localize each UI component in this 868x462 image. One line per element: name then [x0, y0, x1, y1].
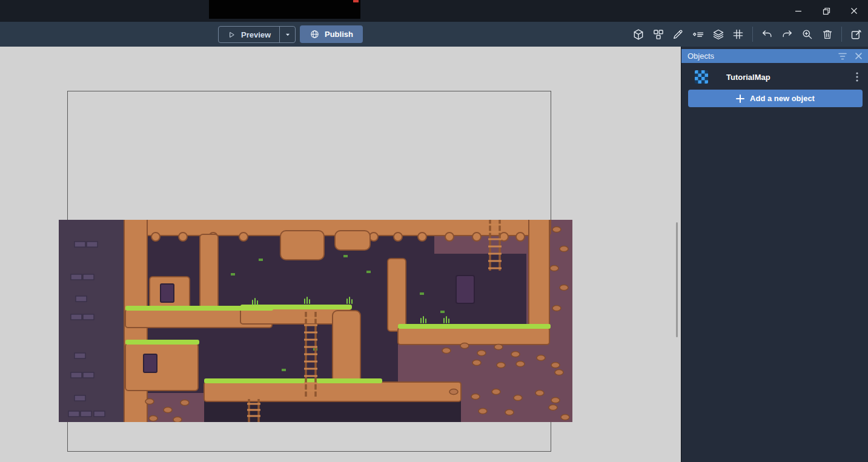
preview-dropdown-button[interactable]	[279, 27, 295, 42]
objects-panel-close-button[interactable]	[855, 53, 862, 59]
scene-properties-button[interactable]	[848, 26, 864, 42]
panel-close-icon	[855, 53, 862, 59]
minimize-icon	[795, 7, 802, 15]
window-controls	[784, 0, 868, 22]
publish-button-label: Publish	[325, 30, 353, 39]
scene-editor-canvas[interactable]	[0, 47, 681, 462]
objects-cube-icon	[632, 28, 644, 41]
object-name-label: TutorialMap	[726, 73, 770, 82]
layers-icon	[712, 28, 724, 41]
record-indicator	[353, 0, 359, 2]
redo-icon	[781, 28, 793, 40]
toolbar-separator	[752, 27, 753, 42]
zoom-icon	[801, 28, 813, 40]
object-menu-button[interactable]	[855, 71, 860, 83]
preview-button-label: Preview	[241, 30, 271, 39]
redo-button[interactable]	[779, 26, 795, 42]
object-groups-icon	[652, 28, 664, 41]
tilemap-instance[interactable]	[59, 220, 572, 422]
toolbar-separator	[841, 27, 842, 42]
minimize-button[interactable]	[784, 0, 812, 22]
tilemap-checker-icon	[695, 70, 708, 84]
open-properties-button[interactable]	[670, 26, 686, 42]
objects-panel-title: Objects	[681, 51, 714, 61]
objects-filter-button[interactable]	[838, 53, 847, 60]
edit-pencil-icon	[672, 28, 684, 40]
publish-button[interactable]: Publish	[300, 25, 363, 43]
main-toolbar: Preview Publish	[0, 22, 868, 47]
preview-button-group: Preview	[218, 26, 296, 43]
canvas-vertical-scrollbar[interactable]	[676, 222, 678, 337]
globe-icon	[310, 29, 320, 39]
title-tab	[209, 0, 360, 19]
caret-down-icon	[284, 31, 291, 38]
open-instances-button[interactable]	[690, 26, 706, 42]
add-object-button-label: Add a new object	[750, 94, 815, 103]
instances-list-icon	[692, 28, 704, 41]
tilemap-graphic	[59, 220, 572, 422]
add-object-button[interactable]: Add a new object	[688, 90, 863, 107]
restore-button[interactable]	[812, 0, 840, 22]
open-layers-button[interactable]	[710, 26, 726, 42]
toolbar-icon-group	[630, 22, 864, 47]
plus-icon	[736, 94, 744, 103]
undo-button[interactable]	[759, 26, 775, 42]
grid-icon	[732, 28, 744, 40]
zoom-button[interactable]	[799, 26, 815, 42]
grid-button[interactable]	[730, 26, 746, 42]
titlebar	[0, 0, 868, 22]
workspace: Objects	[0, 47, 868, 462]
preview-button[interactable]: Preview	[219, 27, 279, 42]
objects-panel: Objects	[681, 47, 868, 462]
delete-button[interactable]	[819, 26, 835, 42]
objects-panel-header: Objects	[681, 49, 868, 63]
object-list-item[interactable]: TutorialMap	[681, 68, 868, 86]
restore-icon	[823, 7, 830, 15]
open-objects-button[interactable]	[630, 26, 646, 42]
play-icon	[227, 30, 236, 39]
close-button[interactable]	[840, 0, 868, 22]
filter-icon	[838, 53, 847, 60]
close-icon	[850, 7, 858, 15]
open-groups-button[interactable]	[650, 26, 666, 42]
trash-icon	[822, 29, 833, 40]
kebab-menu-icon	[856, 72, 858, 82]
scene-properties-icon	[850, 28, 863, 41]
undo-icon	[761, 28, 773, 40]
